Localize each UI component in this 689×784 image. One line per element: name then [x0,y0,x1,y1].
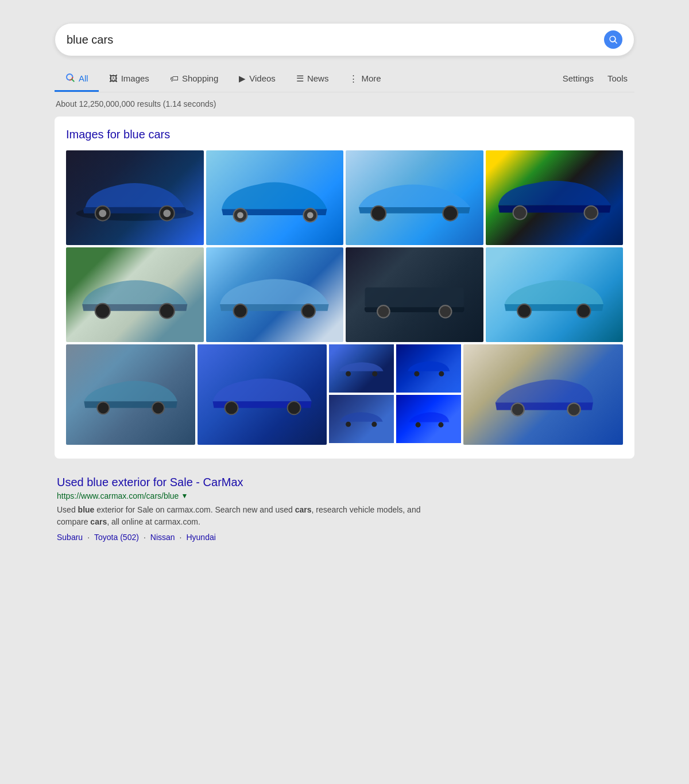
svg-point-33 [346,422,351,427]
svg-point-35 [416,422,421,427]
news-icon: ☰ [296,73,304,84]
svg-point-38 [567,403,580,416]
image-cell-7[interactable] [346,247,483,342]
image-cell-12[interactable] [396,344,461,393]
image-cell-15[interactable] [463,344,623,445]
search-input[interactable] [67,33,604,46]
search-button[interactable] [604,30,622,49]
car-shape-15 [479,362,607,428]
snippet-bold-2: cars [295,505,312,514]
image-cell-3[interactable] [346,150,483,245]
image-cell-6[interactable] [206,247,344,342]
svg-point-15 [585,206,598,220]
car-shape-7 [353,262,477,328]
svg-point-17 [160,304,175,319]
result-title[interactable]: Used blue exterior for Sale - CarMax [57,476,632,489]
car-shape-12 [402,354,454,383]
image-cell-5[interactable] [66,247,204,342]
svg-point-30 [372,371,377,377]
car-shape-14 [402,405,454,433]
tab-images-label: Images [121,73,149,83]
svg-point-28 [287,401,300,414]
tab-videos[interactable]: ▶ Videos [229,67,286,91]
search-result: Used blue exterior for Sale - CarMax htt… [55,470,634,548]
tab-shopping-label: Shopping [182,73,218,83]
sitelink-toyota[interactable]: Toyota (502) [94,533,139,542]
snippet-bold-1: blue [78,505,95,514]
svg-point-13 [443,206,458,221]
sitelink-dot-3: · [180,533,182,542]
result-url-dropdown[interactable]: ▼ [181,492,188,500]
car-shape-8 [492,262,616,328]
svg-point-24 [577,304,591,318]
images-icon: 🖼 [109,73,118,83]
svg-point-27 [224,401,238,414]
tab-videos-label: Videos [249,73,276,83]
car-shape-11 [335,354,387,383]
car-shape-10 [207,362,317,428]
car-shape-4 [492,165,616,231]
svg-point-11 [307,212,313,218]
svg-point-7 [163,209,171,217]
image-cell-9[interactable] [66,344,195,445]
svg-point-9 [238,212,244,218]
svg-point-12 [371,206,386,221]
car-shape-6 [212,262,336,328]
tab-images[interactable]: 🖼 Images [99,67,160,91]
car-shape-5 [73,262,197,328]
search-icon [608,34,618,45]
image-row-1 [66,150,623,245]
videos-icon: ▶ [239,73,246,84]
car-shape-9 [76,362,185,428]
images-section: Images for blue cars [55,117,634,459]
svg-point-32 [439,371,444,377]
tab-all[interactable]: All [55,65,99,92]
tab-news-label: News [307,73,329,83]
tools-tab[interactable]: Tools [601,67,634,91]
svg-point-18 [234,304,247,318]
shopping-icon: 🏷 [170,73,179,83]
result-url-row: https://www.carmax.com/cars/blue ▼ [57,491,632,500]
svg-point-14 [513,206,527,220]
image-cell-2[interactable] [206,150,344,245]
sitelink-subaru[interactable]: Subaru [57,533,83,542]
sitelink-dot-1: · [87,533,90,542]
car-shape-1 [73,165,197,231]
image-stack-top [329,344,461,393]
image-row-2 [66,247,623,342]
tab-more[interactable]: ⋮ More [339,67,391,91]
svg-point-26 [152,402,164,414]
sitelink-nissan[interactable]: Nissan [150,533,175,542]
images-section-title: Images for blue cars [66,128,623,141]
result-sitelinks: Subaru · Toyota (502) · Nissan · Hyundai [57,533,632,542]
svg-point-22 [439,305,452,318]
car-shape-3 [353,165,477,231]
image-cell-13[interactable] [329,395,394,443]
image-cell-1[interactable] [66,150,204,245]
svg-point-31 [415,371,420,377]
all-icon [65,72,75,84]
sitelink-hyundai[interactable]: Hyundai [186,533,215,542]
tab-all-label: All [79,73,88,83]
results-info: About 12,250,000,000 results (1.14 secon… [55,99,634,108]
car-shape-2 [212,165,336,231]
svg-point-25 [97,402,109,414]
image-cell-14[interactable] [396,395,461,443]
svg-point-34 [372,422,377,427]
svg-point-36 [439,422,444,427]
sitelink-dot-2: · [144,533,146,542]
image-cell-11[interactable] [329,344,394,393]
svg-line-2 [72,79,74,81]
svg-point-29 [346,371,351,377]
settings-tab[interactable]: Settings [556,67,601,91]
tab-news[interactable]: ☰ News [286,67,339,91]
more-icon: ⋮ [349,73,358,84]
image-cell-8[interactable] [486,247,624,342]
tab-more-label: More [361,73,381,83]
result-url[interactable]: https://www.carmax.com/cars/blue [57,491,179,500]
svg-point-37 [511,403,524,416]
image-cell-10[interactable] [198,344,327,445]
image-cell-4[interactable] [486,150,624,245]
tab-shopping[interactable]: 🏷 Shopping [160,67,229,91]
image-row-3 [66,344,623,445]
